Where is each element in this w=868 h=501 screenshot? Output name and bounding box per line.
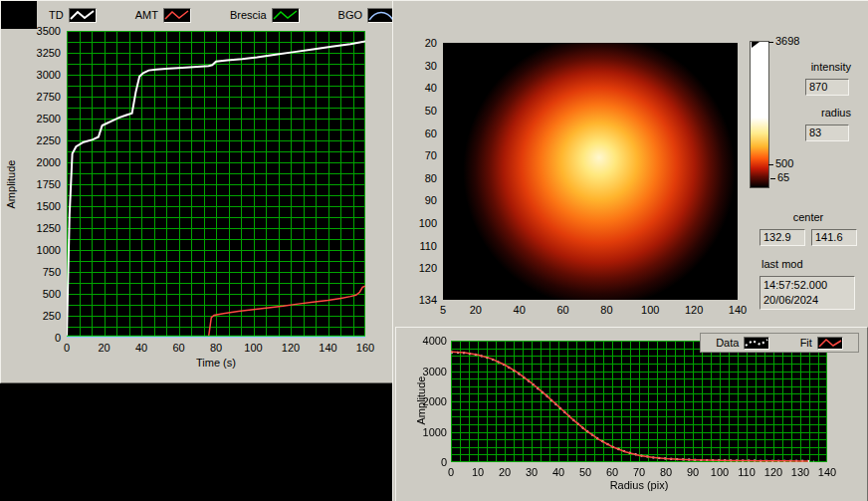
legend-label-data: Data xyxy=(716,337,739,349)
radial-profile-chart: Amplitude 01000200030004000 010203040506… xyxy=(393,1,868,501)
data-dots-icon xyxy=(744,337,769,350)
x-axis-title: Time (s) xyxy=(67,357,365,369)
instrument-panel: TD AMT Brescia BGO Amplitude 02505007501… xyxy=(0,0,868,501)
fit-plot-legend: Data Fit xyxy=(700,333,859,353)
beam-panel: 2030405060708090100110120134 52040608010… xyxy=(392,0,868,501)
fit-x-axis-title: Radius (pix) xyxy=(451,479,827,491)
legend-item-fit[interactable]: Fit xyxy=(800,337,843,350)
fit-graph xyxy=(451,341,827,462)
y-axis-title: Amplitude xyxy=(5,149,17,219)
fit-line-icon xyxy=(817,337,843,350)
fit-x-axis-ticks: 0102030405060708090100110120130140 xyxy=(451,466,827,478)
x-axis-ticks: 020406080100120140160 xyxy=(67,342,365,354)
time-chart-panel: TD AMT Brescia BGO Amplitude 02505007501… xyxy=(0,0,394,383)
fit-y-axis-ticks: 01000200030004000 xyxy=(419,341,449,462)
y-axis-ticks: 0250500750100012501500175020002250250027… xyxy=(23,31,63,338)
legend-label-fit: Fit xyxy=(800,337,812,349)
legend-item-data[interactable]: Data xyxy=(716,337,769,350)
xy-graph xyxy=(67,31,365,338)
amplitude-time-chart: Amplitude 025050075010001250150017502000… xyxy=(1,1,393,382)
